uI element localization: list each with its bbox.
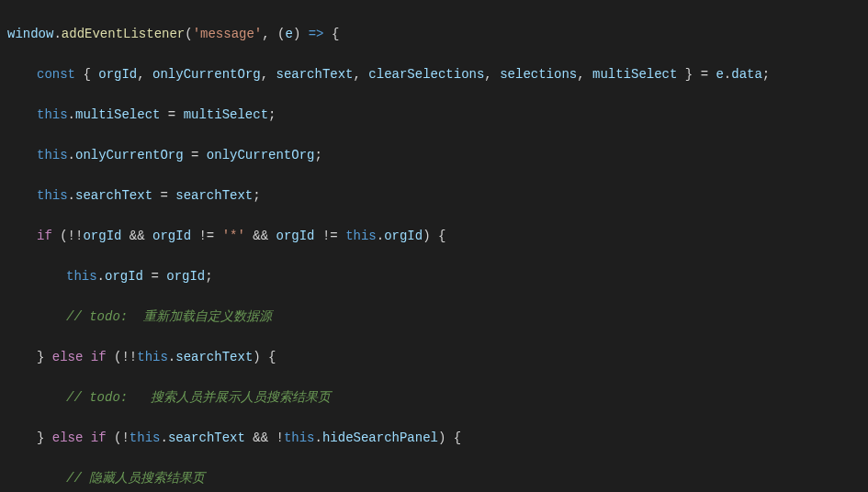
param: e [286, 27, 293, 41]
punct: . [68, 188, 75, 203]
punct: ) { [438, 430, 461, 445]
punct: , [261, 67, 276, 82]
comment: // 隐藏人员搜索结果页 [66, 471, 205, 486]
keyword: const [37, 67, 75, 82]
keyword: else [52, 350, 84, 364]
brace: { [324, 27, 340, 41]
identifier: searchText [175, 350, 253, 364]
punct: . [53, 27, 61, 41]
punct: , [484, 67, 500, 82]
punct [83, 350, 90, 364]
code-line[interactable]: this.orgId = orgId; [7, 266, 868, 286]
identifier: window [7, 27, 53, 41]
identifier: onlyCurrentOrg [75, 148, 184, 162]
identifier: orgId [98, 67, 137, 82]
identifier: selections [500, 67, 577, 82]
code-line[interactable]: const { orgId, onlyCurrentOrg, searchTex… [7, 64, 868, 84]
comment: // todo: 重新加载自定义数据源 [66, 309, 272, 324]
punct: = [184, 148, 207, 162]
punct: (!! [52, 229, 84, 243]
punct: } = [677, 67, 716, 82]
identifier: orgId [166, 269, 205, 284]
punct: ; [762, 67, 770, 82]
keyword: this [37, 148, 68, 162]
string: 'message' [193, 27, 263, 41]
identifier: searchText [276, 67, 354, 82]
punct: ; [253, 188, 260, 203]
punct: . [724, 67, 731, 82]
keyword: if [37, 229, 52, 243]
identifier: orgId [276, 229, 315, 243]
method: addEventListener [62, 27, 185, 41]
keyword: this [66, 269, 97, 284]
punct: . [68, 107, 75, 122]
identifier: orgId [152, 229, 191, 243]
arrow: => [309, 27, 324, 41]
punct: ) { [423, 229, 445, 243]
punct: . [168, 350, 175, 364]
code-line[interactable]: // todo: 重新加载自定义数据源 [7, 307, 868, 327]
punct: (! [107, 430, 130, 445]
punct: && [121, 229, 152, 243]
punct: && ! [245, 430, 284, 445]
punct: } [37, 350, 52, 364]
identifier: clearSelections [368, 67, 484, 82]
code-editor[interactable]: window.addEventListener('message', (e) =… [0, 0, 868, 492]
keyword: else [52, 430, 84, 445]
punct: ; [268, 107, 276, 122]
identifier: orgId [83, 229, 121, 243]
identifier: hideSearchPanel [322, 430, 438, 445]
identifier: e [716, 67, 723, 82]
code-line[interactable]: } else if (!!this.searchText) { [7, 347, 868, 367]
code-line[interactable]: this.multiSelect = multiSelect; [7, 105, 868, 125]
punct: { [75, 67, 98, 82]
keyword: this [284, 430, 315, 445]
punct: , [354, 67, 369, 82]
punct [83, 430, 90, 445]
keyword: this [37, 188, 68, 203]
punct: ) [293, 27, 309, 41]
punct: . [315, 430, 322, 445]
keyword: this [137, 350, 168, 364]
string: '*' [222, 229, 245, 243]
punct: ) { [253, 350, 276, 364]
identifier: multiSelect [592, 67, 677, 82]
code-line[interactable]: } else if (!this.searchText && !this.hid… [7, 428, 868, 448]
punct: ; [205, 269, 212, 284]
punct: = [152, 188, 175, 203]
identifier: searchText [75, 188, 152, 203]
identifier: multiSelect [184, 107, 268, 122]
punct: . [68, 148, 75, 162]
punct: = [160, 107, 183, 122]
punct: . [160, 430, 167, 445]
punct: , ( [262, 27, 285, 41]
punct: , [137, 67, 152, 82]
punct: , [577, 67, 592, 82]
code-line[interactable]: this.searchText = searchText; [7, 185, 868, 206]
punct: != [315, 229, 346, 243]
comment: // todo: 搜索人员并展示人员搜索结果页 [66, 390, 331, 405]
identifier: orgId [105, 269, 143, 284]
punct: (!! [107, 350, 138, 364]
punct: ; [314, 148, 321, 162]
keyword: if [91, 350, 107, 364]
punct: && [245, 229, 276, 243]
identifier: onlyCurrentOrg [207, 148, 315, 162]
code-line[interactable]: if (!!orgId && orgId != '*' && orgId != … [7, 226, 868, 246]
keyword: if [91, 430, 107, 445]
keyword: this [130, 430, 161, 445]
punct: . [97, 269, 105, 284]
code-line[interactable]: this.onlyCurrentOrg = onlyCurrentOrg; [7, 145, 868, 165]
identifier: searchText [175, 188, 253, 203]
identifier: data [731, 67, 762, 82]
keyword: this [37, 107, 68, 122]
punct: ( [185, 27, 192, 41]
punct: = [143, 269, 166, 284]
identifier: orgId [384, 229, 423, 243]
keyword: this [345, 229, 377, 243]
code-line[interactable]: window.addEventListener('message', (e) =… [7, 24, 868, 44]
identifier: multiSelect [75, 107, 160, 122]
identifier: onlyCurrentOrg [152, 67, 261, 82]
code-line[interactable]: // todo: 搜索人员并展示人员搜索结果页 [7, 387, 868, 408]
code-line[interactable]: // 隐藏人员搜索结果页 [7, 468, 868, 488]
